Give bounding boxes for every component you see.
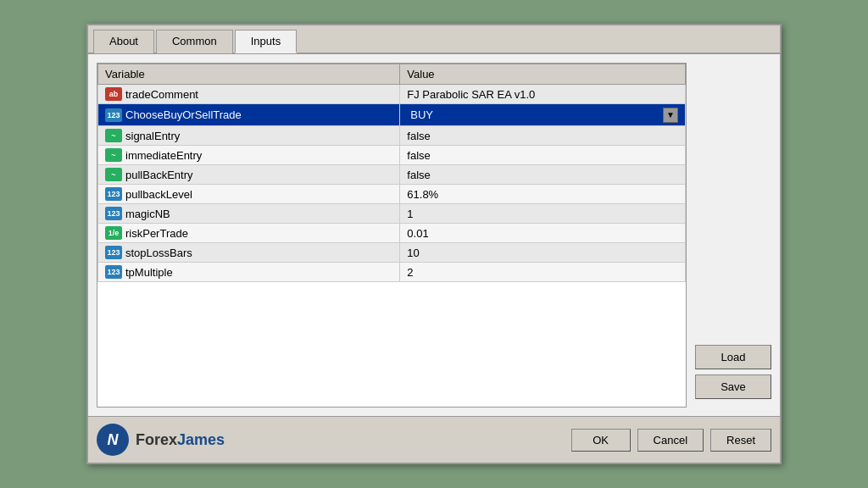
- variables-table-container: Variable Value abtradeCommentFJ Paraboli…: [97, 63, 687, 408]
- variable-name: pullbackLevel: [125, 188, 192, 201]
- value-cell: 10: [400, 243, 686, 263]
- type-icon: 123: [105, 246, 122, 259]
- variable-name: pullBackEntry: [125, 169, 192, 181]
- table-row[interactable]: ~immediateEntryfalse: [98, 146, 686, 165]
- value-text: FJ Parabolic SAR EA v1.0: [407, 88, 535, 101]
- cancel-button[interactable]: Cancel: [637, 429, 704, 452]
- variable-name: tpMultiple: [125, 266, 173, 279]
- value-cell: 0.01: [400, 224, 686, 243]
- ok-button[interactable]: OK: [571, 429, 631, 452]
- logo-text: ForexJames: [136, 431, 225, 449]
- value-cell: false: [400, 146, 686, 165]
- dropdown-arrow-icon[interactable]: ▼: [663, 108, 678, 123]
- variable-name: riskPerTrade: [125, 227, 188, 240]
- value-text: 2: [407, 266, 413, 279]
- value-text: false: [407, 149, 430, 162]
- variable-cell: 123ChooseBuyOrSellTrade: [98, 104, 400, 126]
- footer-buttons: OK Cancel Reset: [571, 429, 771, 452]
- table-row[interactable]: ~signalEntryfalse: [98, 126, 686, 146]
- col-value: Value: [400, 64, 686, 85]
- variable-cell: ~signalEntry: [98, 126, 400, 146]
- table-row[interactable]: 123pullbackLevel61.8%: [98, 185, 686, 204]
- tab-about[interactable]: About: [93, 30, 154, 53]
- type-icon: 123: [105, 108, 122, 122]
- tab-inputs[interactable]: Inputs: [235, 30, 297, 53]
- variables-table: Variable Value abtradeCommentFJ Paraboli…: [97, 64, 686, 282]
- variable-name: tradeComment: [125, 88, 198, 101]
- variable-cell: 123tpMultiple: [98, 263, 400, 282]
- save-button[interactable]: Save: [695, 374, 771, 399]
- type-icon: ~: [105, 129, 122, 142]
- variable-name: signalEntry: [125, 130, 180, 142]
- type-icon: 123: [105, 207, 122, 220]
- logo-forex: Forex: [136, 431, 177, 448]
- value-cell: FJ Parabolic SAR EA v1.0: [400, 85, 686, 104]
- value-cell: false: [400, 165, 686, 185]
- variable-cell: abtradeComment: [98, 85, 400, 104]
- variable-name: immediateEntry: [125, 149, 202, 162]
- variable-name: ChooseBuyOrSellTrade: [125, 108, 242, 121]
- dropdown-value[interactable]: BUY: [407, 107, 659, 123]
- value-text: 61.8%: [407, 188, 438, 201]
- table-row[interactable]: 1/eriskPerTrade0.01: [98, 224, 686, 243]
- value-text: 10: [407, 247, 419, 259]
- logo-symbol: N: [108, 431, 119, 449]
- value-text: 0.01: [407, 227, 428, 240]
- variable-cell: 123pullbackLevel: [98, 185, 400, 204]
- variable-cell: 123stopLossBars: [98, 243, 400, 263]
- table-row[interactable]: 123ChooseBuyOrSellTradeBUY▼: [98, 104, 686, 126]
- logo-james: James: [177, 431, 225, 448]
- side-buttons: Load Save: [695, 63, 771, 408]
- type-icon: ~: [105, 148, 122, 162]
- tab-content: Variable Value abtradeCommentFJ Paraboli…: [88, 54, 780, 416]
- load-button[interactable]: Load: [695, 345, 771, 369]
- type-icon: ab: [105, 87, 122, 101]
- variable-cell: 123magicNB: [98, 204, 400, 224]
- type-icon: ~: [105, 168, 122, 181]
- value-cell: 1: [400, 204, 686, 224]
- value-text: false: [407, 169, 430, 181]
- table-row[interactable]: ~pullBackEntryfalse: [98, 165, 686, 185]
- variable-cell: ~immediateEntry: [98, 146, 400, 165]
- value-text: 1: [407, 208, 413, 220]
- type-icon: 123: [105, 265, 122, 279]
- value-cell[interactable]: BUY▼: [400, 104, 686, 126]
- value-text: false: [407, 130, 430, 142]
- type-icon: 1/e: [105, 226, 122, 240]
- dialog-window: About Common Inputs Variable Value abtra…: [86, 24, 782, 464]
- table-row[interactable]: 123stopLossBars10: [98, 243, 686, 263]
- table-row[interactable]: 123magicNB1: [98, 204, 686, 224]
- footer: N ForexJames OK Cancel Reset: [88, 416, 780, 463]
- tab-common[interactable]: Common: [156, 30, 233, 53]
- variable-cell: ~pullBackEntry: [98, 165, 400, 185]
- type-icon: 123: [105, 187, 122, 201]
- variable-name: magicNB: [125, 208, 170, 220]
- logo-area: N ForexJames: [97, 424, 225, 456]
- tab-bar: About Common Inputs: [88, 25, 780, 54]
- value-cell: 61.8%: [400, 185, 686, 204]
- value-cell: false: [400, 126, 686, 146]
- reset-button[interactable]: Reset: [710, 429, 771, 452]
- logo-icon: N: [97, 424, 129, 456]
- table-row[interactable]: 123tpMultiple2: [98, 263, 686, 282]
- table-row[interactable]: abtradeCommentFJ Parabolic SAR EA v1.0: [98, 85, 686, 104]
- variable-name: stopLossBars: [125, 247, 192, 259]
- variable-cell: 1/eriskPerTrade: [98, 224, 400, 243]
- col-variable: Variable: [98, 64, 400, 85]
- value-cell: 2: [400, 263, 686, 282]
